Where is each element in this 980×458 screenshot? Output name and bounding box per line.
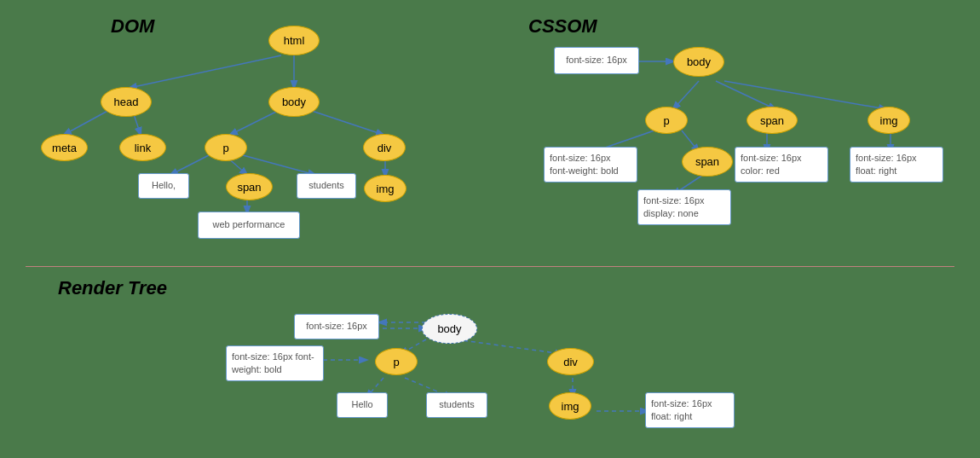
dom-webperf-box: web performance [198, 212, 300, 239]
svg-line-6 [170, 155, 209, 175]
cssom-span1-node: span [747, 107, 798, 134]
dom-students-box: students [297, 173, 356, 199]
cssom-img-style-box: font-size: 16px float: right [850, 147, 943, 183]
dom-img-node: img [364, 175, 406, 202]
cssom-img-node: img [868, 107, 910, 134]
cssom-p-style-box: font-size: 16px font-weight: bold [544, 147, 637, 183]
cssom-p-node: p [645, 107, 688, 134]
cssom-span2-node: span [682, 147, 733, 177]
dom-meta-node: meta [41, 134, 88, 161]
svg-line-8 [243, 155, 315, 175]
dom-html-node: html [268, 26, 320, 55]
diagram-container: DOM CSSOM Render Tree [0, 0, 980, 458]
cssom-title: CSSOM [528, 15, 597, 38]
svg-line-5 [307, 109, 383, 135]
render-img-node: img [549, 392, 591, 420]
svg-line-0 [130, 55, 281, 88]
svg-line-12 [673, 81, 699, 109]
render-tree-title: Render Tree [58, 277, 167, 299]
render-div-node: div [547, 348, 594, 375]
svg-line-4 [230, 109, 281, 135]
divider [26, 266, 954, 267]
dom-head-node: head [101, 87, 152, 117]
render-students-box: students [426, 392, 487, 418]
svg-line-24 [456, 339, 562, 354]
dom-span-node: span [226, 173, 273, 200]
dom-div-node: div [363, 134, 406, 161]
render-body-node: body [422, 314, 477, 344]
svg-line-2 [64, 109, 111, 135]
svg-line-14 [724, 81, 886, 109]
dom-body-node: body [268, 87, 320, 117]
cssom-span1-style-box: font-size: 16px color: red [735, 147, 828, 183]
dom-p-node: p [205, 134, 247, 161]
render-img-style-box: font-size: 16px float: right [645, 392, 735, 428]
render-p-style-box: font-size: 16px font-weight: bold [226, 345, 324, 381]
cssom-span2-style-box: font-size: 16px display: none [637, 189, 731, 225]
cssom-root-box: font-size: 16px [554, 47, 639, 74]
dom-hello-box: Hello, [138, 173, 189, 199]
connections-svg [0, 0, 980, 458]
dom-title: DOM [111, 15, 154, 38]
render-root-box: font-size: 16px [294, 314, 379, 339]
render-hello-box: Hello [337, 392, 388, 418]
dom-link-node: link [119, 134, 166, 161]
cssom-body-node: body [673, 47, 724, 77]
render-p-node: p [375, 348, 418, 375]
svg-line-13 [716, 81, 775, 109]
